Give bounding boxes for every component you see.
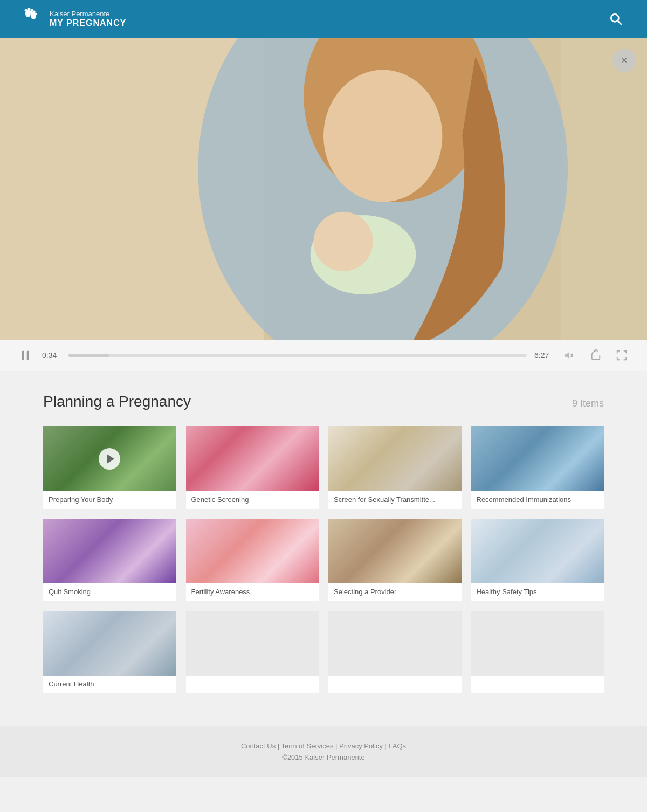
copyright: ©2015 Kaiser Permanente [16,753,631,761]
thumbnail-safety [471,519,604,583]
grid-item-empty1[interactable] [186,611,319,693]
privacy-link[interactable]: Privacy Policy [339,742,383,750]
grid-item-label-genetic: Genetic Screening [186,491,319,509]
thumbnail-genetic [186,426,319,491]
content-section: Planning a Pregnancy 9 Items Preparing Y… [0,371,647,726]
grid-item-label-safety: Healthy Safety Tips [471,583,604,601]
volume-button[interactable] [561,346,579,364]
svg-point-8 [611,14,618,22]
video-content [0,38,647,340]
progress-bar[interactable] [68,354,527,357]
grid-item-empty3[interactable] [471,611,604,693]
thumbnail-empty3 [471,611,604,676]
svg-line-9 [618,21,622,25]
footer-links: Contact Us | Term of Services | Privacy … [16,742,631,750]
thumbnail-empty2 [328,611,462,676]
svg-marker-20 [565,352,569,359]
fullscreen-button[interactable] [612,346,631,364]
logo-icon [22,8,43,30]
thumbnail-provider [328,519,462,583]
volume-icon [564,349,576,361]
duration: 6:27 [534,351,553,360]
close-button[interactable]: × [612,49,636,72]
grid-item-label-immunizations: Recommended Immunizations [471,491,604,509]
search-icon [609,12,623,26]
svg-point-7 [30,11,33,13]
grid-item-health[interactable]: Current Health [43,611,176,693]
svg-point-2 [25,9,27,12]
footer-sep1: | [278,742,281,750]
video-image [0,38,647,340]
logo-area: Kaiser Permanente MY PREGNANCY [22,8,126,30]
grid-item-label-screen: Screen for Sexually Transmitte... [328,491,462,509]
pause-button[interactable] [16,346,35,364]
grid-item-label-health: Current Health [43,676,176,693]
app-header: Kaiser Permanente MY PREGNANCY [0,0,647,38]
svg-rect-12 [561,38,647,340]
video-player: × [0,38,647,340]
thumbnail-immunizations [471,426,604,491]
section-title: Planning a Pregnancy [43,393,191,410]
footer: Contact Us | Term of Services | Privacy … [0,726,647,777]
svg-point-5 [33,11,36,13]
grid-item-safety[interactable]: Healthy Safety Tips [471,519,604,601]
grid-item-fertility[interactable]: Fertility Awareness [186,519,319,601]
grid-item-label-smoking: Quit Smoking [43,583,176,601]
fullscreen-icon [616,349,628,361]
grid-item-smoking[interactable]: Quit Smoking [43,519,176,601]
grid-item-screen[interactable]: Screen for Sexually Transmitte... [328,426,462,509]
grid-item-label-fertility: Fertility Awareness [186,583,319,601]
thumbnail-screen [328,426,462,491]
grid-item-immunizations[interactable]: Recommended Immunizations [471,426,604,509]
share-button[interactable] [587,346,605,364]
thumbnail-preparing [43,426,176,491]
grid-item-empty2[interactable] [328,611,462,693]
progress-fill [68,354,109,357]
thumbnail-health [43,611,176,676]
footer-sep3: | [385,742,389,750]
items-grid: Preparing Your BodyGenetic ScreeningScre… [43,426,604,693]
share-icon [590,349,602,361]
grid-item-genetic[interactable]: Genetic Screening [186,426,319,509]
logo-text: Kaiser Permanente MY PREGNANCY [50,10,126,29]
svg-point-15 [324,70,442,202]
play-overlay [99,448,120,470]
app-name: MY PREGNANCY [50,18,126,28]
pause-icon [19,349,31,361]
items-count: 9 Items [572,398,604,409]
thumbnail-empty1 [186,611,319,676]
svg-point-17 [314,212,373,271]
close-icon: × [622,55,628,66]
svg-point-6 [35,13,37,16]
video-controls-bar: 0:34 6:27 [0,340,647,371]
thumbnail-smoking [43,519,176,583]
grid-item-label-provider: Selecting a Provider [328,583,462,601]
section-header: Planning a Pregnancy 9 Items [43,393,604,410]
play-icon [107,454,114,464]
faqs-link[interactable]: FAQs [389,742,407,750]
footer-sep2: | [335,742,339,750]
grid-item-label-preparing: Preparing Your Body [43,491,176,509]
grid-item-provider[interactable]: Selecting a Provider [328,519,462,601]
thumbnail-fertility [186,519,319,583]
svg-rect-18 [22,351,24,360]
search-button[interactable] [606,9,625,29]
current-time: 0:34 [42,351,61,360]
svg-rect-19 [27,351,29,360]
terms-link[interactable]: Term of Services [281,742,334,750]
contact-us-link[interactable]: Contact Us [241,742,276,750]
brand-name: Kaiser Permanente [50,10,126,18]
grid-item-preparing[interactable]: Preparing Your Body [43,426,176,509]
